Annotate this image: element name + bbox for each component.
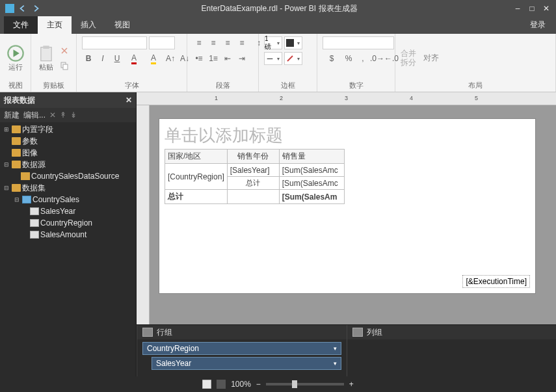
zoom-out-button[interactable]: − — [256, 380, 261, 389]
tree-field-countryregion[interactable]: CountryRegion — [0, 217, 136, 229]
group-view-label: 视图 — [5, 79, 25, 90]
cell-subtotal-amount[interactable]: [Sum(SalesAmc — [279, 177, 344, 190]
col-header-year[interactable]: 销售年份 — [227, 150, 279, 164]
border-weight-select[interactable]: 1 磅▾ — [264, 36, 282, 49]
rowgroup-header: 行组 — [157, 327, 172, 338]
chevron-down-icon[interactable]: ▾ — [334, 360, 337, 367]
justify-button[interactable]: ≡ — [235, 36, 248, 49]
italic-button[interactable]: I — [96, 52, 109, 65]
font-family-select[interactable] — [82, 36, 147, 49]
execution-time-textbox[interactable]: [&ExecutionTime] — [462, 275, 530, 288]
cell-grandtotal-label[interactable]: 总计 — [165, 190, 228, 204]
fill-color-button[interactable]: A — [144, 52, 163, 65]
currency-button[interactable]: $ — [323, 52, 341, 65]
tree-field-salesyear[interactable]: SalesYear — [0, 205, 136, 217]
tree-images[interactable]: 图像 — [0, 147, 136, 159]
grow-font-button[interactable]: A↑ — [164, 52, 177, 65]
panel-moveup-icon[interactable]: ↟ — [60, 111, 66, 120]
number-format-select[interactable] — [323, 36, 394, 49]
cut-icon[interactable] — [58, 44, 71, 57]
increase-decimal-button[interactable]: .0→ — [371, 52, 384, 65]
zoom-label: 100% — [231, 380, 251, 389]
copy-icon[interactable] — [58, 59, 71, 72]
report-data-tree: ⊞内置字段 参数 图像 ⊟数据源 CountrySalesDataSource … — [0, 122, 136, 376]
run-button[interactable]: 运行 — [5, 38, 25, 77]
border-color-button[interactable]: ▾ — [284, 36, 302, 49]
undo-icon[interactable] — [18, 4, 27, 13]
rowgroup-salesyear[interactable]: SalesYear▾ — [152, 357, 341, 370]
outdent-button[interactable]: ⇤ — [221, 52, 234, 65]
cell-year[interactable]: [SalesYear] — [227, 164, 279, 177]
panel-delete-icon[interactable]: ✕ — [49, 111, 56, 120]
merge-split-button[interactable]: 合并拆分 — [401, 49, 416, 67]
login-button[interactable]: 登录 — [520, 16, 556, 34]
tree-datasource-item[interactable]: CountrySalesDataSource — [0, 170, 136, 182]
bold-button[interactable]: B — [82, 52, 95, 65]
ribbon: 运行 视图 粘贴 剪贴板 B I U A A A↑ A↓ — [0, 34, 556, 92]
svg-rect-5 — [63, 64, 68, 70]
title-placeholder[interactable]: 单击以添加标题 — [165, 124, 283, 147]
chevron-down-icon[interactable]: ▾ — [334, 345, 337, 352]
group-font-label: 字体 — [82, 79, 181, 90]
report-body[interactable]: 单击以添加标题 国家/地区 销售年份 销售量 [CountryRegion] [… — [159, 118, 536, 294]
percent-button[interactable]: % — [342, 52, 355, 65]
preview-view-icon[interactable] — [217, 380, 226, 389]
panel-new-button[interactable]: 新建 — [4, 110, 20, 121]
group-clipboard-label: 剪贴板 — [36, 79, 71, 90]
group-paragraph-label: 段落 — [192, 79, 253, 90]
tree-datasets[interactable]: ⊟数据集 — [0, 182, 136, 194]
rowgroup-icon — [142, 328, 153, 337]
align-left-button[interactable]: ≡ — [192, 36, 205, 49]
zoom-in-button[interactable]: + — [349, 380, 354, 389]
rowgroup-countryregion[interactable]: CountryRegion▾ — [142, 342, 341, 355]
bullets-button[interactable]: •≡ — [192, 52, 205, 65]
svg-rect-0 — [5, 4, 14, 13]
zoom-slider[interactable] — [266, 383, 344, 385]
group-number-label: 数字 — [323, 79, 390, 90]
vertical-ruler — [137, 105, 150, 324]
colgroup-header: 列组 — [367, 327, 382, 338]
design-view-icon[interactable] — [202, 380, 211, 389]
app-icon — [5, 4, 14, 13]
cell-amount[interactable]: [Sum(SalesAmc — [279, 164, 344, 177]
cell-country[interactable]: [CountryRegion] — [165, 164, 228, 190]
minimize-icon[interactable]: – — [513, 4, 522, 13]
tab-insert[interactable]: 插入 — [72, 16, 105, 34]
tree-datasources[interactable]: ⊟数据源 — [0, 159, 136, 170]
group-layout-label: 布局 — [401, 79, 550, 90]
tree-dataset-item[interactable]: ⊟CountrySales — [0, 194, 136, 205]
cell-grandtotal-amount[interactable]: [Sum(SalesAm — [279, 190, 344, 204]
close-icon[interactable]: ✕ — [542, 4, 551, 13]
horizontal-ruler: 1 2 3 4 5 — [137, 92, 556, 105]
col-header-country[interactable]: 国家/地区 — [165, 150, 228, 164]
tablix[interactable]: 国家/地区 销售年份 销售量 [CountryRegion] [SalesYea… — [165, 149, 345, 204]
panel-edit-button[interactable]: 编辑... — [23, 110, 46, 121]
tree-parameters[interactable]: 参数 — [0, 135, 136, 147]
tab-file[interactable]: 文件 — [4, 16, 38, 34]
indent-button[interactable]: ⇥ — [235, 52, 248, 65]
numbering-button[interactable]: 1≡ — [207, 52, 220, 65]
cell-subtotal-label[interactable]: 总计 — [227, 177, 279, 190]
redo-icon[interactable] — [31, 4, 40, 13]
align-center-button[interactable]: ≡ — [207, 36, 220, 49]
align-right-button[interactable]: ≡ — [221, 36, 234, 49]
col-header-amount[interactable]: 销售量 — [279, 150, 344, 164]
maximize-icon[interactable]: □ — [527, 4, 536, 13]
tree-builtin-fields[interactable]: ⊞内置字段 — [0, 124, 136, 135]
panel-close-icon[interactable]: ✕ — [126, 96, 132, 105]
font-size-select[interactable] — [149, 36, 175, 49]
align-button[interactable]: 对齐 — [420, 51, 442, 64]
thousands-button[interactable]: , — [356, 52, 369, 65]
panel-movedown-icon[interactable]: ↡ — [70, 111, 77, 120]
svg-rect-7 — [202, 380, 211, 389]
border-style-button[interactable]: ─▾ — [264, 52, 282, 65]
font-color-button[interactable]: A — [125, 52, 143, 65]
tree-field-salesamount[interactable]: SalesAmount — [0, 229, 136, 241]
group-border-label: 边框 — [264, 79, 311, 90]
paste-button[interactable]: 粘贴 — [36, 38, 55, 77]
border-preset-button[interactable]: ▾ — [284, 52, 302, 65]
underline-button[interactable]: U — [111, 52, 124, 65]
svg-rect-8 — [217, 380, 226, 389]
tab-home[interactable]: 主页 — [38, 16, 72, 34]
tab-view[interactable]: 视图 — [105, 16, 139, 34]
